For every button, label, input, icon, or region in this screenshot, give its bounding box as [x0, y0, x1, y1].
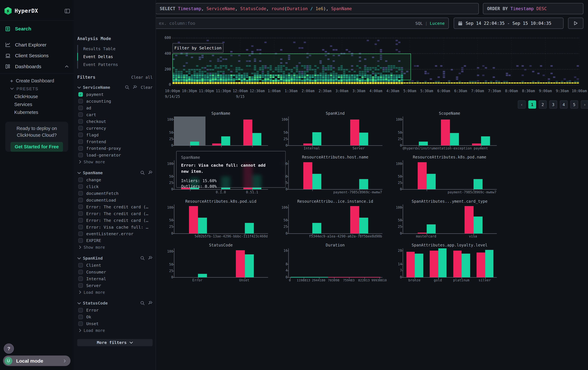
filter-option[interactable]: Error: [77, 307, 153, 313]
page-next-button[interactable]: ›: [581, 100, 588, 109]
checkbox[interactable]: [78, 126, 83, 130]
search-icon[interactable]: [140, 170, 145, 175]
sidebar-collapse-icon[interactable]: [64, 8, 70, 14]
filter-option[interactable]: accounting: [77, 98, 153, 105]
presets-section[interactable]: PRESETS: [0, 85, 74, 92]
more-filters-button[interactable]: More filters: [77, 339, 153, 346]
filter-option[interactable]: Server: [77, 282, 153, 289]
clear-filter-button[interactable]: Clear: [141, 85, 153, 90]
search-icon[interactable]: [140, 256, 145, 260]
checkbox[interactable]: [78, 106, 83, 110]
analysis-mode-event-patterns[interactable]: Event Patterns: [77, 61, 153, 69]
mini-chart-ResourceAttributes.k8s.pod.uid[interactable]: ResourceAttributes.k8s.pod.uid100502505e…: [165, 199, 279, 243]
filter-option[interactable]: change: [77, 177, 153, 183]
checkbox[interactable]: [78, 99, 83, 103]
mini-chart-StatusCode[interactable]: StatusCode10050250ErrorUnset: [165, 243, 279, 287]
page-prev-button[interactable]: ‹: [518, 100, 526, 109]
preset-item-clickhouse[interactable]: ClickHouse: [0, 92, 74, 100]
help-button[interactable]: ?: [4, 343, 14, 354]
filter-option[interactable]: documentFetch: [77, 190, 153, 197]
show-more-button[interactable]: Load more: [77, 327, 153, 334]
sidebar-item-dashboards[interactable]: Dashboards: [0, 61, 74, 72]
mini-chart-ScopeName[interactable]: ScopeName10050250@hyperdx/instrumentatio…: [394, 111, 508, 155]
filter-option[interactable]: Unset: [77, 320, 153, 327]
chevron-down-icon[interactable]: [77, 86, 81, 89]
preset-item-kubernetes[interactable]: Kubernetes: [0, 108, 74, 116]
checkbox[interactable]: [78, 315, 83, 319]
checkbox[interactable]: [78, 178, 83, 182]
mini-chart-ResourceAttributes.k8s.pod.name[interactable]: ResourceAttributes.k8s.pod.name10050250p…: [394, 155, 508, 199]
filter-option[interactable]: ad: [77, 105, 153, 111]
checkbox[interactable]: [78, 270, 83, 274]
run-query-button[interactable]: [568, 18, 583, 29]
checkbox[interactable]: [78, 225, 83, 229]
filter-option[interactable]: Client: [77, 262, 153, 269]
search-icon[interactable]: [125, 85, 129, 90]
page-button-2[interactable]: 2: [539, 100, 547, 109]
preset-item-services[interactable]: Services: [0, 100, 74, 108]
checkbox[interactable]: [78, 263, 83, 268]
chevron-down-icon[interactable]: [77, 302, 81, 304]
time-range-picker[interactable]: Sep 14 22:04:35 - Sep 15 10:04:35: [454, 18, 564, 29]
checkbox[interactable]: [78, 198, 83, 202]
checkbox[interactable]: [78, 204, 83, 209]
filter-option[interactable]: currency: [77, 125, 153, 131]
mini-chart-ResourceAttributes.host.name[interactable]: ResourceAttributes.host.name10050250paym…: [279, 155, 394, 199]
show-more-button[interactable]: Show more: [77, 159, 153, 165]
checkbox[interactable]: [78, 283, 83, 288]
checkbox[interactable]: [78, 277, 83, 281]
mini-chart-SpanAttributes.app.loyalty.level[interactable]: SpanAttributes.app.loyalty.level281470br…: [394, 243, 508, 287]
filter-by-selection-button[interactable]: Filter by Selection: [172, 43, 223, 53]
page-button-3[interactable]: 3: [549, 100, 557, 109]
filter-option[interactable]: Error: The credit card (…: [77, 210, 153, 217]
checkbox[interactable]: [78, 321, 83, 326]
filter-option[interactable]: frontend: [77, 138, 153, 145]
filter-option[interactable]: EXPIRE: [77, 237, 153, 244]
get-started-button[interactable]: Get Started for Free: [10, 142, 63, 152]
checkbox[interactable]: ✓: [78, 92, 83, 97]
filter-option[interactable]: cart: [77, 111, 153, 118]
page-button-5[interactable]: 5: [570, 100, 578, 109]
mini-chart-SpanName[interactable]: SpanName10050250: [165, 111, 279, 155]
sidebar-item-client-sessions[interactable]: Client Sessions: [0, 50, 74, 61]
sql-select-input[interactable]: SELECT Timestamp, ServiceName, StatusCod…: [156, 3, 479, 14]
filter-option[interactable]: eventListener.error: [77, 230, 153, 237]
checkbox[interactable]: [78, 112, 83, 117]
filter-option[interactable]: Ok: [77, 313, 153, 320]
filter-option[interactable]: documentLoad: [77, 197, 153, 203]
chevron-down-icon[interactable]: [77, 171, 81, 174]
filter-option[interactable]: load-generator: [77, 152, 153, 159]
checkbox[interactable]: [78, 218, 83, 222]
page-button-1[interactable]: 1: [528, 100, 536, 109]
filter-option[interactable]: Internal: [77, 275, 153, 282]
checkbox[interactable]: [78, 119, 83, 124]
filter-option[interactable]: ✓payment: [77, 91, 153, 98]
filter-option[interactable]: Error: The credit card (…: [77, 217, 153, 224]
create-dashboard-button[interactable]: +Create Dashboard: [0, 77, 74, 85]
analysis-mode-results-table[interactable]: Results Table: [77, 45, 153, 53]
user-menu[interactable]: U Local mode: [3, 356, 71, 366]
show-more-button[interactable]: Show more: [77, 244, 153, 251]
pin-icon[interactable]: [148, 170, 153, 175]
checkbox[interactable]: [78, 139, 83, 144]
filter-option[interactable]: Error: The credit card (…: [77, 203, 153, 210]
checkbox[interactable]: [78, 238, 83, 243]
mode-lucene[interactable]: Lucene: [430, 21, 445, 26]
search-icon[interactable]: [140, 301, 145, 305]
heatmap-selection-region[interactable]: [172, 54, 411, 80]
checkbox[interactable]: [78, 191, 83, 196]
filter-option[interactable]: Error: Visa cache full: …: [77, 224, 153, 230]
mini-chart-SpanKind[interactable]: SpanKind10050250InternalServer: [279, 111, 394, 155]
filter-option[interactable]: Consumer: [77, 269, 153, 275]
order-by-input[interactable]: ORDER BY Timestamp DESC: [483, 3, 583, 14]
mini-chart-Duration[interactable]: Duration16840011988132944180703098759483…: [279, 243, 394, 287]
checkbox[interactable]: [78, 231, 83, 236]
pin-icon[interactable]: [133, 85, 137, 90]
checkbox[interactable]: [78, 211, 83, 216]
checkbox[interactable]: [78, 153, 83, 157]
checkbox[interactable]: [78, 146, 83, 150]
filter-option[interactable]: click: [77, 183, 153, 190]
filter-option[interactable]: flagd: [77, 131, 153, 138]
checkbox[interactable]: [78, 132, 83, 137]
sidebar-item-chart-explorer[interactable]: Chart Explorer: [0, 40, 74, 50]
